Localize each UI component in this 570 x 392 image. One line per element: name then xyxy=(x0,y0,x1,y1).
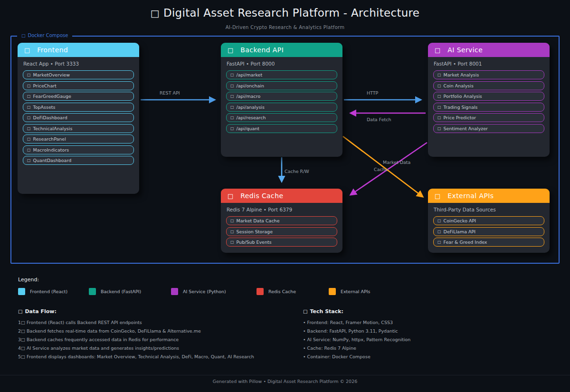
item-label: /api/analysis xyxy=(237,105,265,110)
item-label: Price Predictor xyxy=(444,115,476,120)
legend-label: Redis Cache xyxy=(268,289,296,294)
item-label: Portfolio Analysis xyxy=(444,94,482,99)
component-item: □Sentiment Analyzer xyxy=(433,124,544,133)
legend-entry: Redis Cache xyxy=(256,288,296,295)
legend-label: Backend (FastAPI) xyxy=(101,289,141,294)
frontend-items: □MarketOverview □PriceChart □FearGreedGa… xyxy=(18,69,139,165)
external-apis-swatch xyxy=(329,288,336,295)
tech-stack-line: • Backend: FastAPI, Python 3.11, Pydanti… xyxy=(303,328,569,334)
data-flow-line: 1□ Frontend (React) calls Backend REST A… xyxy=(18,320,284,325)
frontend-subtitle: React App • Port 3333 xyxy=(18,57,139,69)
missing-glyph-icon: □ xyxy=(230,240,234,244)
data-flow-heading-text: Data Flow: xyxy=(25,308,56,315)
ai-service-items: □Market Analysis □Coin Analysis □Portfol… xyxy=(428,69,550,133)
component-item: □/api/analysis xyxy=(226,103,337,112)
frontend-swatch xyxy=(18,288,25,295)
data-flow-section: □Data Flow: 1□ Frontend (React) calls Ba… xyxy=(18,308,284,363)
legend-label: Frontend (React) xyxy=(30,289,67,294)
missing-glyph-icon: □ xyxy=(230,126,234,131)
missing-glyph-icon: □ xyxy=(435,47,440,54)
architecture-diagram: □Digital Asset Research Platform - Archi… xyxy=(0,0,570,392)
tech-stack-heading-text: Tech Stack: xyxy=(310,308,343,315)
missing-glyph-icon: □ xyxy=(228,192,233,200)
data-flow-line: 2□ Backend fetches real-time data from C… xyxy=(18,328,284,334)
item-label: Pub/Sub Events xyxy=(237,239,272,245)
item-label: Market Analysis xyxy=(444,72,479,77)
data-flow-line: 5□ Frontend displays dashboards: Market … xyxy=(18,354,284,359)
missing-glyph-icon: □ xyxy=(437,126,441,131)
component-item: □Trading Signals xyxy=(433,103,544,112)
ai-service-subtitle: FastAPI • Port 8001 xyxy=(428,57,550,69)
legend-entry: Frontend (React) xyxy=(18,288,67,295)
legend-entry: External APIs xyxy=(329,288,370,295)
data-flow-heading: □Data Flow: xyxy=(18,308,284,315)
missing-glyph-icon: □ xyxy=(437,84,441,88)
component-item: □Pub/Sub Events xyxy=(226,238,337,247)
missing-glyph-icon: □ xyxy=(27,148,31,152)
tech-stack-line: • Frontend: React, Framer Motion, CSS3 xyxy=(303,320,569,325)
frontend-title: Frontend xyxy=(37,46,68,54)
item-label: Fear & Greed Index xyxy=(444,239,487,245)
redis-title: Redis Cache xyxy=(240,192,283,200)
frontend-header: □ Frontend xyxy=(18,43,139,57)
component-item: □FearGreedGauge xyxy=(23,92,134,101)
item-label: Trading Signals xyxy=(444,105,478,110)
item-label: MacroIndicators xyxy=(33,147,69,153)
data-flow-line: 3□ Backend caches frequently accessed da… xyxy=(18,337,284,342)
component-item: □TopAssets xyxy=(23,103,134,112)
docker-compose-label-text: Docker Compose xyxy=(28,33,68,38)
backend-title: Backend API xyxy=(240,46,284,54)
component-item: □Session Storage xyxy=(226,227,337,236)
component-item: □Price Predictor xyxy=(433,113,544,122)
legend-label: External APIs xyxy=(341,289,370,294)
component-item: □Coin Analysis xyxy=(433,81,544,90)
component-item: □CoinGecko API xyxy=(433,216,544,225)
missing-glyph-icon: □ xyxy=(437,229,441,234)
component-item: □QuantDashboard xyxy=(23,156,134,165)
item-label: ResearchPanel xyxy=(33,136,66,142)
component-item: □MarketOverview xyxy=(23,70,134,79)
page-subtitle: AI-Driven Crypto Research & Analytics Pl… xyxy=(0,25,570,30)
component-item: □/api/onchain xyxy=(226,81,337,90)
arrow-label-market-data: Market Data xyxy=(383,160,410,165)
legend-entry: Backend (FastAPI) xyxy=(89,288,141,295)
legend-entry: AI Service (Python) xyxy=(171,288,226,295)
missing-glyph-icon: □ xyxy=(230,115,234,120)
redis-swatch xyxy=(256,288,264,295)
tech-stack-line: • Container: Docker Compose xyxy=(303,354,569,359)
footer: Generated with Pillow • Digital Asset Re… xyxy=(0,375,570,384)
item-label: /api/research xyxy=(237,115,266,120)
external-apis-title: External APIs xyxy=(447,192,494,200)
missing-glyph-icon: □ xyxy=(437,94,441,98)
component-item: □DeFiLlama API xyxy=(433,227,544,236)
external-apis-box: □ External APIs Third-Party Data Sources… xyxy=(428,189,550,253)
tech-stack-heading: □Tech Stack: xyxy=(303,308,569,315)
backend-items: □/api/market □/api/onchain □/api/macro □… xyxy=(221,69,342,133)
missing-glyph-icon: □ xyxy=(437,115,441,120)
backend-box: □ Backend API FastAPI • Port 8000 □/api/… xyxy=(221,43,342,157)
component-item: □DeFiDashboard xyxy=(23,113,134,122)
external-apis-header: □ External APIs xyxy=(428,189,550,203)
backend-swatch xyxy=(89,288,96,295)
item-label: Sentiment Analyzer xyxy=(444,126,488,131)
missing-glyph-icon: □ xyxy=(437,73,441,77)
item-label: PriceChart xyxy=(33,83,57,88)
component-item: □Fear & Greed Index xyxy=(433,238,544,247)
tech-stack-line: • AI Service: NumPy, httpx, Pattern Reco… xyxy=(303,337,569,342)
missing-glyph-icon: □ xyxy=(27,158,31,163)
redis-header: □ Redis Cache xyxy=(221,189,342,203)
missing-glyph-icon: □ xyxy=(230,229,234,234)
missing-glyph-icon: □ xyxy=(230,219,234,223)
item-label: FearGreedGauge xyxy=(33,94,71,99)
missing-glyph-icon: □ xyxy=(27,126,31,131)
missing-glyph-icon: □ xyxy=(437,105,441,109)
missing-glyph-icon: □ xyxy=(437,240,441,244)
component-item: □MacroIndicators xyxy=(23,145,134,154)
arrow-label-cache-rw: Cache R/W xyxy=(285,169,309,174)
component-item: □Portfolio Analysis xyxy=(433,92,544,101)
external-apis-items: □CoinGecko API □DeFiLlama API □Fear & Gr… xyxy=(428,215,550,247)
missing-glyph-icon: □ xyxy=(230,73,234,77)
arrow-label-rest-api: REST API xyxy=(160,90,180,96)
missing-glyph-icon: □ xyxy=(21,33,26,38)
component-item: □TechnicalAnalysis xyxy=(23,124,134,133)
